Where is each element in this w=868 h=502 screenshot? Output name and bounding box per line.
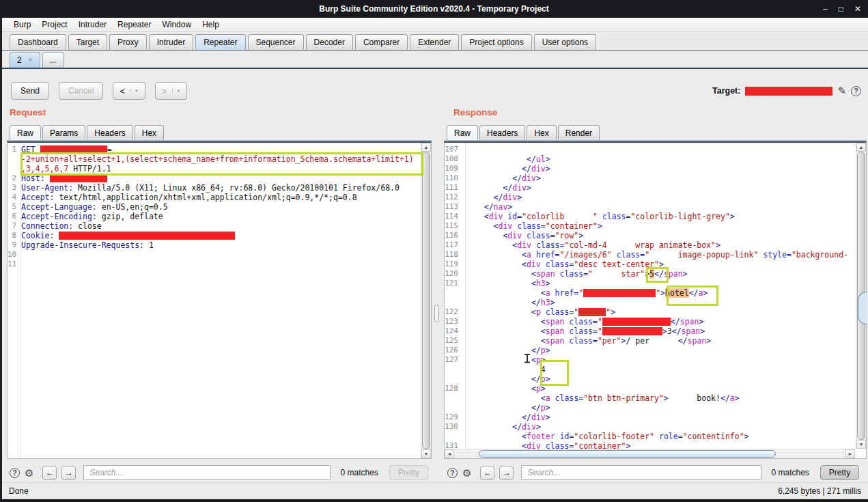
tab-extender[interactable]: Extender: [410, 34, 459, 50]
code-line: 129 </div>: [445, 413, 855, 422]
pretty-button[interactable]: Pretty: [389, 465, 428, 480]
tab-raw[interactable]: Raw: [10, 125, 41, 140]
gear-icon[interactable]: ⚙: [25, 468, 33, 478]
tab-decoder[interactable]: Decoder: [306, 34, 353, 50]
tab-params[interactable]: Params: [42, 125, 85, 140]
history-back-button[interactable]: < ▼: [113, 82, 145, 100]
search-input[interactable]: [521, 465, 761, 480]
maximize-icon[interactable]: □: [839, 5, 843, 13]
tab-raw[interactable]: Raw: [447, 125, 478, 140]
menu-item-intruder[interactable]: Intruder: [73, 18, 112, 31]
next-match-button[interactable]: →: [499, 466, 514, 480]
menu-item-burp[interactable]: Burp: [8, 18, 36, 31]
line-number: 120: [445, 269, 461, 279]
code-line: 1GET =: [8, 145, 420, 154]
code-line: 124 <span class=">3</span>: [445, 326, 855, 336]
target-label: Target:: [712, 86, 740, 96]
code-line: </h3>: [445, 298, 855, 307]
code-line: 117 <div class="col-md-4 wrap animate-bo…: [445, 240, 855, 250]
previous-match-button[interactable]: ←: [42, 466, 57, 480]
repeater-tab-label: 2: [17, 55, 22, 65]
history-forward-button[interactable]: > ▼: [155, 82, 188, 100]
scrollbar-thumb[interactable]: [479, 450, 776, 458]
tab-target[interactable]: Target: [68, 34, 107, 50]
menu-item-help[interactable]: Help: [197, 18, 225, 31]
line-number: 116: [445, 231, 461, 240]
line-number: 122: [445, 307, 461, 317]
menu-item-window[interactable]: Window: [156, 18, 197, 31]
scroll-down-icon[interactable]: ▼: [856, 440, 866, 449]
line-number: 10: [8, 250, 18, 260]
menu-item-project[interactable]: Project: [36, 18, 72, 31]
help-icon[interactable]: ?: [851, 86, 861, 96]
line-number: 2: [8, 173, 18, 183]
tab-dashboard[interactable]: Dashboard: [10, 34, 66, 50]
tab-sequencer[interactable]: Sequencer: [248, 34, 304, 50]
line-number: [8, 154, 18, 164]
panel-collapse-handle[interactable]: [858, 292, 867, 324]
line-number: 112: [445, 193, 461, 202]
scroll-down-icon[interactable]: ▼: [421, 449, 431, 458]
menu-item-repeater[interactable]: Repeater: [112, 18, 156, 31]
previous-match-button[interactable]: ←: [480, 466, 494, 480]
cancel-button[interactable]: Cancel: [59, 82, 103, 100]
panel-divider-grip[interactable]: [434, 305, 439, 322]
line-number: [445, 432, 461, 441]
redaction-bar: [583, 289, 656, 297]
request-vertical-scrollbar[interactable]: ▲ ▼: [421, 143, 431, 458]
close-icon[interactable]: ✕: [854, 5, 861, 13]
scroll-left-icon[interactable]: ◄: [445, 449, 454, 458]
response-code[interactable]: 107108 </ul>109 </div>110 </div>111 </di…: [445, 143, 855, 449]
tab-intruder[interactable]: Intruder: [149, 34, 193, 50]
tab-render[interactable]: Render: [558, 125, 600, 140]
tab-proxy[interactable]: Proxy: [109, 34, 147, 50]
tab-repeater[interactable]: Repeater: [195, 34, 245, 50]
match-count: 0 matches: [340, 468, 378, 477]
help-icon[interactable]: ?: [447, 468, 458, 478]
help-icon[interactable]: ?: [10, 468, 20, 478]
pretty-button[interactable]: Pretty: [820, 465, 859, 480]
send-button[interactable]: Send: [11, 82, 49, 100]
code-line: 115 <div class="container">: [445, 221, 855, 231]
response-editor[interactable]: 107108 </ul>109 </div>110 </div>111 </di…: [444, 141, 867, 459]
redaction-bar: [59, 232, 235, 240]
match-count: 0 matches: [771, 468, 809, 477]
repeater-tab-more[interactable]: ...: [42, 52, 64, 68]
tab-comparer[interactable]: Comparer: [355, 34, 408, 50]
tab-hex[interactable]: Hex: [135, 125, 164, 140]
title-bar: Burp Suite Community Edition v2020.4 - T…: [0, 0, 868, 18]
tab-headers[interactable]: Headers: [479, 125, 525, 140]
line-number: 129: [445, 413, 461, 422]
scrollbar-thumb[interactable]: [422, 152, 430, 449]
response-horizontal-scrollbar[interactable]: ◄ ►: [445, 449, 855, 458]
code-line: 7Connection: close: [8, 221, 420, 231]
close-icon[interactable]: ×: [28, 57, 33, 64]
tab-headers[interactable]: Headers: [87, 125, 132, 140]
chevron-down-icon[interactable]: ▼: [130, 89, 139, 93]
status-text: Done: [9, 486, 29, 496]
tab-project-options[interactable]: Project options: [461, 34, 531, 50]
tab-hex[interactable]: Hex: [527, 125, 556, 140]
response-stats: 6,245 bytes | 271 millis: [778, 486, 861, 496]
code-line: 126 </p>: [445, 346, 855, 355]
minimize-icon[interactable]: –: [823, 5, 828, 13]
repeater-tab-2[interactable]: 2×: [10, 52, 40, 68]
scroll-up-icon[interactable]: ▲: [421, 143, 431, 152]
search-input[interactable]: [83, 465, 331, 480]
gear-icon[interactable]: ⚙: [462, 468, 471, 478]
scroll-right-icon[interactable]: ►: [845, 449, 855, 458]
code-line: 123 <span class="</span>: [445, 317, 855, 326]
line-number: 6: [8, 212, 18, 221]
tab-user-options[interactable]: User options: [534, 34, 596, 50]
burp-suite-window: Burp Suite Community Edition v2020.4 - T…: [0, 0, 868, 502]
target-redacted-value: [745, 87, 832, 96]
next-match-button[interactable]: →: [61, 466, 76, 480]
code-line: 120 <span class=" star">5</span>: [445, 269, 855, 279]
edit-target-pencil-icon[interactable]: ✎: [837, 85, 846, 97]
request-code[interactable]: 1GET =-2+union+all+select+1,(select+sche…: [8, 143, 420, 458]
code-line: <footer id="colorlib-footer" role="conte…: [445, 432, 855, 441]
code-line: 128 <p>: [445, 384, 855, 393]
request-editor[interactable]: 1GET =-2+union+all+select+1,(select+sche…: [7, 141, 432, 459]
chevron-down-icon[interactable]: ▼: [172, 89, 181, 93]
scroll-up-icon[interactable]: ▲: [856, 143, 866, 152]
